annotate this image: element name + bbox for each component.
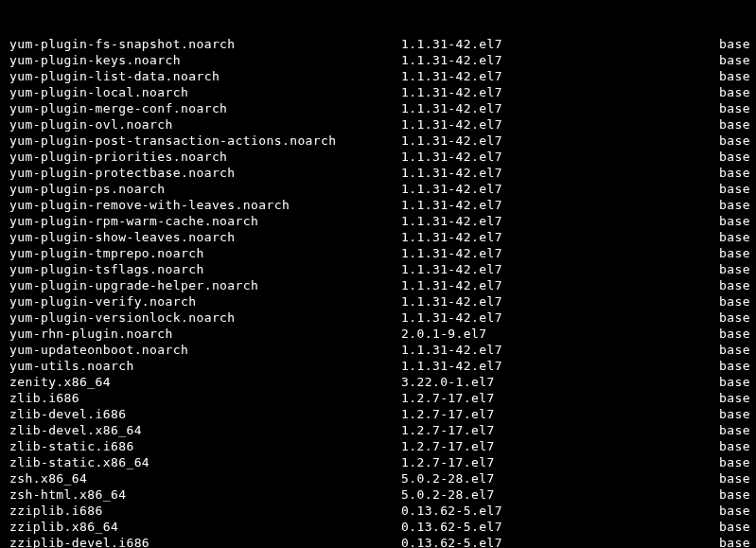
package-repo: base (719, 438, 750, 454)
package-row: zlib-static.x86_641.2.7-17.el7base (6, 454, 750, 470)
package-version: 1.1.31-42.el7 (401, 116, 719, 133)
package-version: 1.1.31-42.el7 (401, 293, 719, 309)
package-repo: base (719, 277, 750, 293)
package-repo: base (719, 197, 750, 213)
package-row: zziplib-devel.i6860.13.62-5.el7base (6, 535, 750, 548)
package-version: 1.1.31-42.el7 (401, 261, 719, 277)
package-version: 1.1.31-42.el7 (401, 36, 719, 52)
package-row: yum-updateonboot.noarch1.1.31-42.el7base (6, 342, 750, 358)
package-name: zziplib.x86_64 (6, 519, 401, 535)
package-version: 1.1.31-42.el7 (401, 52, 719, 68)
package-version: 5.0.2-28.el7 (401, 486, 719, 503)
package-name: zlib-static.i686 (6, 438, 401, 454)
package-name: yum-plugin-keys.noarch (6, 52, 401, 68)
package-row: zlib-devel.x86_641.2.7-17.el7base (6, 422, 750, 438)
package-row: zenity.x86_643.22.0-1.el7base (6, 374, 750, 390)
package-row: yum-plugin-fs-snapshot.noarch1.1.31-42.e… (6, 36, 750, 52)
package-name: yum-plugin-verify.noarch (6, 293, 401, 309)
package-repo: base (719, 213, 750, 229)
package-version: 1.2.7-17.el7 (401, 438, 719, 454)
package-name: yum-plugin-fs-snapshot.noarch (6, 36, 401, 52)
package-name: yum-plugin-post-transaction-actions.noar… (6, 133, 401, 149)
package-version: 1.1.31-42.el7 (401, 181, 719, 197)
package-name: yum-plugin-show-leaves.noarch (6, 229, 401, 245)
package-version: 1.1.31-42.el7 (401, 358, 719, 374)
package-version: 5.0.2-28.el7 (401, 470, 719, 486)
package-repo: base (719, 181, 750, 197)
package-row: yum-plugin-list-data.noarch1.1.31-42.el7… (6, 68, 750, 84)
package-repo: base (719, 261, 750, 277)
package-repo: base (719, 406, 750, 422)
package-name: zsh.x86_64 (6, 470, 401, 486)
package-row: yum-plugin-ps.noarch1.1.31-42.el7base (6, 181, 750, 197)
package-name: zlib-static.x86_64 (6, 454, 401, 470)
package-version: 2.0.1-9.el7 (401, 326, 719, 342)
package-name: yum-plugin-priorities.noarch (6, 149, 401, 165)
package-repo: base (719, 342, 750, 358)
package-name: yum-updateonboot.noarch (6, 342, 401, 358)
package-row: yum-rhn-plugin.noarch2.0.1-9.el7base (6, 326, 750, 342)
package-name: yum-plugin-tsflags.noarch (6, 261, 401, 277)
package-row: yum-plugin-show-leaves.noarch1.1.31-42.e… (6, 229, 750, 245)
package-list: yum-plugin-fs-snapshot.noarch1.1.31-42.e… (6, 36, 750, 548)
package-name: yum-plugin-merge-conf.noarch (6, 100, 401, 116)
package-name: zenity.x86_64 (6, 374, 401, 390)
package-row: yum-plugin-rpm-warm-cache.noarch1.1.31-4… (6, 213, 750, 229)
package-repo: base (719, 245, 750, 261)
package-repo: base (719, 293, 750, 309)
package-row: yum-plugin-upgrade-helper.noarch1.1.31-4… (6, 277, 750, 293)
package-repo: base (719, 454, 750, 470)
package-name: yum-plugin-local.noarch (6, 84, 401, 100)
package-name: zziplib-devel.i686 (6, 535, 401, 548)
package-version: 0.13.62-5.el7 (401, 519, 719, 535)
package-name: zsh-html.x86_64 (6, 486, 401, 503)
package-row: zlib-devel.i6861.2.7-17.el7base (6, 406, 750, 422)
package-version: 1.1.31-42.el7 (401, 149, 719, 165)
package-row: yum-utils.noarch1.1.31-42.el7base (6, 358, 750, 374)
package-repo: base (719, 68, 750, 84)
package-version: 1.1.31-42.el7 (401, 277, 719, 293)
package-version: 1.1.31-42.el7 (401, 84, 719, 100)
package-repo: base (719, 165, 750, 181)
package-row: yum-plugin-local.noarch1.1.31-42.el7base (6, 84, 750, 100)
package-version: 1.1.31-42.el7 (401, 342, 719, 358)
package-name: yum-rhn-plugin.noarch (6, 326, 401, 342)
package-repo: base (719, 229, 750, 245)
package-name: zlib-devel.i686 (6, 406, 401, 422)
package-repo: base (719, 326, 750, 342)
package-repo: base (719, 374, 750, 390)
package-version: 3.22.0-1.el7 (401, 374, 719, 390)
package-row: yum-plugin-keys.noarch1.1.31-42.el7base (6, 52, 750, 68)
package-name: yum-plugin-ovl.noarch (6, 116, 401, 133)
package-name: yum-plugin-tmprepo.noarch (6, 245, 401, 261)
package-row: zziplib.i6860.13.62-5.el7base (6, 503, 750, 519)
package-version: 1.1.31-42.el7 (401, 213, 719, 229)
package-row: yum-plugin-ovl.noarch1.1.31-42.el7base (6, 116, 750, 133)
package-repo: base (719, 149, 750, 165)
terminal-output[interactable]: yum-plugin-fs-snapshot.noarch1.1.31-42.e… (0, 0, 756, 548)
package-name: yum-plugin-remove-with-leaves.noarch (6, 197, 401, 213)
package-name: yum-plugin-versionlock.noarch (6, 309, 401, 326)
package-version: 0.13.62-5.el7 (401, 535, 719, 548)
package-row: yum-plugin-verify.noarch1.1.31-42.el7bas… (6, 293, 750, 309)
package-name: zziplib.i686 (6, 503, 401, 519)
package-repo: base (719, 36, 750, 52)
package-row: yum-plugin-protectbase.noarch1.1.31-42.e… (6, 165, 750, 181)
package-version: 1.1.31-42.el7 (401, 245, 719, 261)
package-repo: base (719, 52, 750, 68)
package-row: zsh.x86_645.0.2-28.el7base (6, 470, 750, 486)
package-repo: base (719, 358, 750, 374)
package-repo: base (719, 133, 750, 149)
package-row: zziplib.x86_640.13.62-5.el7base (6, 519, 750, 535)
package-name: yum-utils.noarch (6, 358, 401, 374)
package-version: 1.1.31-42.el7 (401, 309, 719, 326)
package-row: yum-plugin-tsflags.noarch1.1.31-42.el7ba… (6, 261, 750, 277)
package-row: yum-plugin-remove-with-leaves.noarch1.1.… (6, 197, 750, 213)
package-row: yum-plugin-versionlock.noarch1.1.31-42.e… (6, 309, 750, 326)
package-repo: base (719, 470, 750, 486)
package-repo: base (719, 84, 750, 100)
package-version: 1.1.31-42.el7 (401, 197, 719, 213)
package-repo: base (719, 503, 750, 519)
package-row: zlib.i6861.2.7-17.el7base (6, 390, 750, 406)
package-repo: base (719, 100, 750, 116)
